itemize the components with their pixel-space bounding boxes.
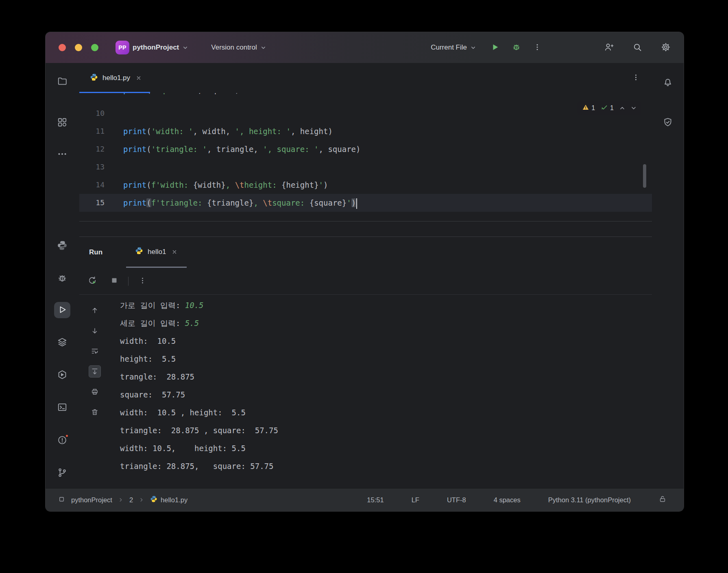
down-stacktrace-button[interactable] bbox=[89, 325, 101, 337]
security-widget-button[interactable] bbox=[660, 115, 676, 131]
code-token: square: bbox=[272, 198, 310, 207]
more-tool-windows-button[interactable] bbox=[54, 146, 70, 163]
python-packages-tool-window-button[interactable] bbox=[54, 238, 70, 254]
run-button[interactable] bbox=[487, 39, 503, 56]
search-everywhere-button[interactable] bbox=[629, 39, 645, 56]
code-lines: 1011print('width: ', width, ', height: '… bbox=[79, 100, 652, 212]
code-token: , bbox=[207, 145, 216, 154]
console-toolbar bbox=[79, 295, 120, 488]
code-token: 'triangle: bbox=[156, 198, 207, 207]
code-token: 'width: bbox=[156, 180, 193, 189]
stop-button[interactable] bbox=[107, 274, 122, 289]
rerun-button[interactable] bbox=[85, 274, 100, 289]
warnings-counter[interactable]: 1 bbox=[580, 103, 597, 113]
run-tool-window-button[interactable] bbox=[54, 302, 70, 318]
print-button[interactable] bbox=[89, 386, 101, 398]
indent-widget[interactable]: 4 spaces bbox=[493, 495, 521, 506]
bell-icon bbox=[663, 76, 673, 88]
next-problem-button[interactable] bbox=[629, 104, 638, 113]
code-line[interactable]: 12print('triangle: ', triangle, ', squar… bbox=[79, 140, 652, 158]
code-line[interactable]: 11print('width: ', width, ', height: ', … bbox=[79, 122, 652, 140]
python-file-icon bbox=[90, 73, 98, 83]
vcs-widget[interactable]: Version control bbox=[207, 40, 270, 55]
console-output[interactable]: 가로 길이 입력: 10.5세로 길이 입력: 5.5width: 10.5he… bbox=[120, 295, 652, 488]
zoom-window-button[interactable] bbox=[91, 44, 98, 51]
user-plus-icon bbox=[604, 42, 614, 53]
console-line: square: 57.75 bbox=[120, 386, 652, 404]
ok-counter[interactable]: 1 bbox=[599, 103, 615, 113]
debug-button[interactable] bbox=[508, 39, 524, 56]
code-line[interactable]: 13 bbox=[79, 158, 652, 176]
code-text: print('triangle: ', triangle, ', square:… bbox=[105, 140, 361, 158]
project-name: pythonProject bbox=[133, 43, 179, 52]
project-selector[interactable]: PP pythonProject bbox=[111, 37, 192, 58]
code-token: square bbox=[314, 198, 342, 207]
shield-check-icon bbox=[663, 117, 673, 129]
console-line: width: 10.5, height: 5.5 bbox=[120, 439, 652, 457]
breadcrumb-file[interactable]: hello1.py bbox=[149, 494, 188, 506]
code-token: print bbox=[123, 198, 146, 207]
chevron-down-icon bbox=[182, 45, 188, 51]
code-line[interactable]: 14print(f'width: {width}, \theight: {hei… bbox=[79, 176, 652, 194]
code-token: } bbox=[249, 198, 253, 207]
code-token: , bbox=[291, 127, 300, 136]
close-window-button[interactable] bbox=[59, 44, 66, 51]
code-editor[interactable]: print('square: ', square) 1011print('wid… bbox=[79, 93, 652, 221]
soft-wrap-button[interactable] bbox=[89, 345, 101, 357]
structure-tool-window-button[interactable] bbox=[54, 115, 70, 131]
previous-problem-button[interactable] bbox=[618, 104, 627, 113]
project-tool-window-button[interactable] bbox=[54, 74, 70, 90]
search-icon bbox=[632, 42, 642, 53]
more-actions-button[interactable] bbox=[529, 39, 545, 56]
window-controls bbox=[59, 44, 98, 51]
close-run-tab-button[interactable] bbox=[171, 249, 178, 255]
encoding-widget[interactable]: UTF-8 bbox=[446, 495, 467, 506]
version-control-tool-window-button[interactable] bbox=[54, 465, 70, 481]
run-tab-hello1[interactable]: hello1 bbox=[126, 237, 187, 268]
code-token: 'square: ' bbox=[151, 93, 198, 94]
code-token: ) bbox=[351, 198, 356, 207]
folder-icon bbox=[57, 76, 68, 88]
interpreter-widget[interactable]: Python 3.11 (pythonProject) bbox=[547, 495, 632, 506]
read-write-lock-widget[interactable] bbox=[658, 493, 667, 506]
code-line[interactable]: 15print(f'triangle: {triangle}, \tsquare… bbox=[79, 194, 652, 212]
notifications-button[interactable] bbox=[660, 74, 676, 90]
code-with-me-button[interactable] bbox=[601, 39, 617, 56]
editor-tab-options-button[interactable] bbox=[628, 70, 644, 86]
close-tab-button[interactable] bbox=[135, 75, 142, 81]
code-token: print bbox=[123, 180, 146, 189]
editor-scrollbar[interactable] bbox=[643, 164, 646, 188]
breadcrumb-project[interactable]: pythonProject bbox=[70, 495, 113, 506]
tab-label: hello1.py bbox=[102, 74, 130, 82]
code-token: } bbox=[342, 198, 347, 207]
cursor-position-widget[interactable]: 15:51 bbox=[366, 495, 384, 506]
console-line: triangle: 28.875 , square: 57.75 bbox=[120, 421, 652, 439]
debug-tool-window-button[interactable] bbox=[54, 270, 70, 286]
play-hexagon-icon bbox=[57, 369, 68, 381]
bug-icon bbox=[57, 273, 68, 284]
run-configuration-selector[interactable]: Current File bbox=[427, 40, 480, 55]
code-line[interactable]: 10 bbox=[79, 104, 652, 122]
line-separator-widget[interactable]: LF bbox=[411, 495, 420, 506]
file-encoding: UTF-8 bbox=[447, 496, 466, 504]
run-anything-button[interactable] bbox=[54, 367, 70, 383]
chevron-right-icon bbox=[139, 497, 144, 503]
settings-button[interactable] bbox=[658, 39, 674, 56]
minimize-window-button[interactable] bbox=[75, 44, 82, 51]
indent-style: 4 spaces bbox=[494, 496, 521, 504]
clear-console-button[interactable] bbox=[89, 406, 101, 418]
terminal-tool-window-button[interactable] bbox=[54, 399, 70, 416]
code-token: width bbox=[203, 127, 226, 136]
scroll-to-end-button[interactable] bbox=[89, 365, 101, 378]
breadcrumb-folder[interactable]: 2 bbox=[129, 495, 134, 506]
chevron-right-icon bbox=[118, 497, 124, 503]
run-options-button[interactable] bbox=[135, 274, 150, 289]
up-stacktrace-button[interactable] bbox=[89, 304, 101, 317]
problems-tool-window-button[interactable] bbox=[54, 432, 70, 449]
console-text: 세로 길이 입력: bbox=[120, 319, 185, 328]
services-tool-window-button[interactable] bbox=[54, 334, 70, 351]
code-token: { bbox=[310, 198, 314, 207]
console-user-input: 5.5 bbox=[185, 319, 199, 328]
right-toolbar bbox=[652, 63, 684, 488]
tab-hello1-py[interactable]: hello1.py bbox=[79, 63, 150, 93]
